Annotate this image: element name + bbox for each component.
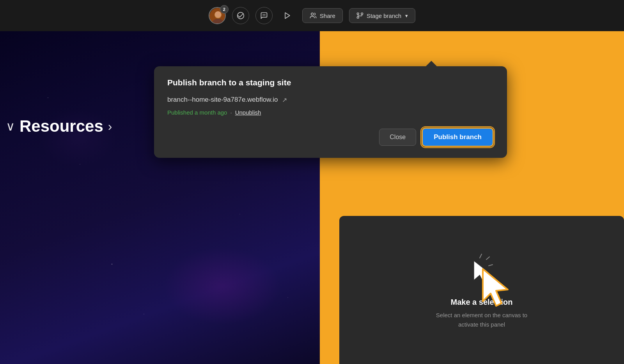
svg-marker-16 <box>483 269 508 306</box>
publish-popup: Publish branch to a staging site branch-… <box>154 66 507 158</box>
popup-status-row: Published a month ago · Unpublish <box>167 109 494 116</box>
svg-line-12 <box>480 254 482 258</box>
make-selection-desc: Select an element on the canvas to activ… <box>427 311 536 329</box>
avatar-wrapper[interactable]: 2 <box>209 7 226 24</box>
close-button[interactable]: Close <box>379 129 416 146</box>
check-button[interactable] <box>232 7 249 24</box>
resources-nav: ∨ Resources › <box>6 117 112 136</box>
share-button[interactable]: Share <box>302 8 343 23</box>
popup-actions: Close Publish branch <box>167 127 494 147</box>
orange-cursor-icon <box>480 267 513 308</box>
publish-branch-button[interactable]: Publish branch <box>422 127 494 147</box>
svg-rect-9 <box>361 13 363 14</box>
play-icon <box>284 12 291 19</box>
popup-caret <box>426 61 437 66</box>
external-link-icon[interactable]: ↗ <box>282 96 287 104</box>
branch-icon <box>356 12 363 19</box>
stage-branch-button[interactable]: Stage branch ▾ <box>349 8 415 23</box>
cursor-overlay <box>480 267 513 309</box>
chevron-down-icon: ∨ <box>6 119 15 134</box>
comment-icon <box>260 12 268 19</box>
svg-point-3 <box>215 11 221 18</box>
svg-point-7 <box>311 13 314 15</box>
svg-rect-8 <box>357 13 359 14</box>
chevron-right-icon: › <box>108 119 112 134</box>
svg-rect-10 <box>357 17 359 18</box>
comment-button[interactable] <box>255 7 273 24</box>
share-label: Share <box>320 12 335 19</box>
check-icon <box>237 12 245 19</box>
popup-url-row: branch--home-site-9a787e.webflow.io ↗ <box>167 96 494 104</box>
avatar-badge: 2 <box>220 5 229 14</box>
svg-line-13 <box>486 257 489 260</box>
navbar: 2 <box>0 0 624 31</box>
share-icon <box>310 12 317 19</box>
popup-title: Publish branch to a staging site <box>167 78 494 87</box>
stage-branch-label: Stage branch <box>367 12 401 19</box>
published-text: Published a month ago <box>167 109 227 116</box>
play-button[interactable] <box>279 7 296 24</box>
resources-label: Resources <box>20 117 103 136</box>
chevron-down-icon: ▾ <box>405 13 408 19</box>
popup-url: branch--home-site-9a787e.webflow.io <box>167 96 278 104</box>
svg-line-14 <box>489 265 493 266</box>
unpublish-link[interactable]: Unpublish <box>235 109 261 116</box>
svg-marker-6 <box>285 13 290 19</box>
dot-separator: · <box>230 109 232 116</box>
